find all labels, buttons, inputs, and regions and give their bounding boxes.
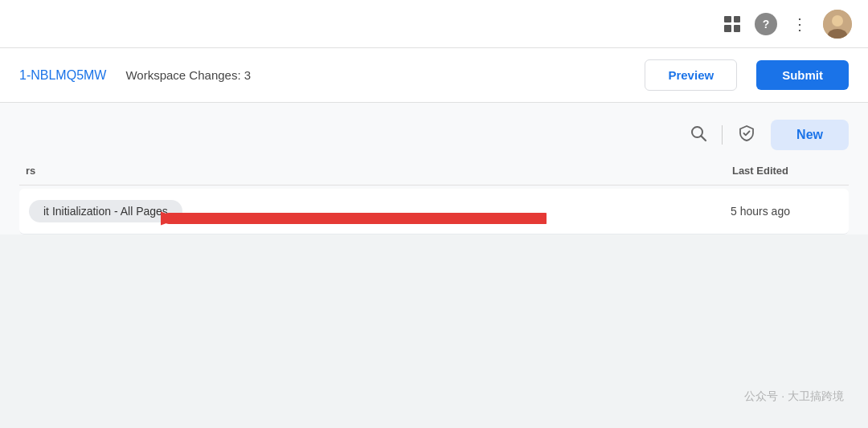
- content-area: New rs Last Edited it Initialization - A…: [0, 103, 868, 234]
- search-button[interactable]: [685, 120, 712, 149]
- preview-button[interactable]: Preview: [645, 59, 737, 91]
- table-header: rs Last Edited: [19, 157, 849, 185]
- toolbar-row: New: [19, 119, 849, 157]
- col-name-header: rs: [19, 165, 672, 177]
- avatar[interactable]: [823, 10, 852, 39]
- row-pill: it Initialization - All Pages: [29, 200, 182, 222]
- workspace-id: 1-NBLMQ5MW: [19, 68, 106, 83]
- more-icon[interactable]: ⋮: [792, 14, 809, 34]
- table-row[interactable]: it Initialization - All Pages 5 hours ag…: [19, 189, 849, 234]
- shield-button[interactable]: [732, 119, 761, 150]
- workspace-bar: 1-NBLMQ5MW Workspace Changes: 3 Preview …: [0, 48, 868, 103]
- col-last-edited-header: Last Edited: [672, 165, 849, 177]
- help-icon[interactable]: ?: [755, 13, 777, 35]
- svg-line-4: [701, 136, 706, 141]
- svg-point-1: [832, 15, 843, 26]
- workspace-changes: Workspace Changes: 3: [125, 68, 251, 82]
- new-button[interactable]: New: [771, 120, 849, 150]
- toolbar-divider: [722, 125, 723, 145]
- row-time: 5 hours ago: [672, 205, 849, 218]
- top-bar: ? ⋮: [0, 0, 868, 48]
- grid-icon[interactable]: [724, 16, 740, 32]
- submit-button[interactable]: Submit: [756, 60, 849, 90]
- row-label: it Initialization - All Pages: [19, 200, 672, 222]
- top-bar-icons: ? ⋮: [724, 10, 852, 39]
- watermark: 公众号 · 大卫搞跨境: [744, 389, 844, 404]
